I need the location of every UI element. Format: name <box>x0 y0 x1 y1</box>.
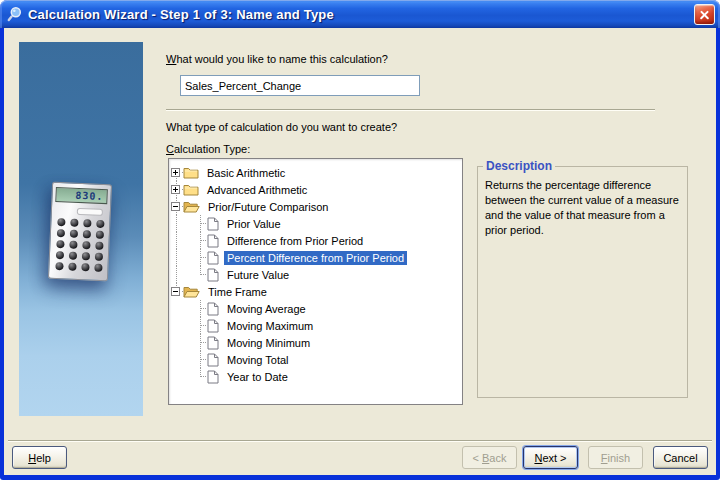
calculator-key <box>83 219 91 227</box>
calculator-key <box>55 251 63 259</box>
tree-item-moving-minimum[interactable]: Moving Minimum <box>169 334 462 351</box>
tree-item-label: Moving Maximum <box>224 319 316 333</box>
calculator-key <box>56 229 64 237</box>
folder-open-icon <box>183 200 200 213</box>
calculator-display: 830. <box>55 187 108 204</box>
calculator-key <box>94 264 102 272</box>
tree-item-label: Moving Minimum <box>224 336 313 350</box>
description-title: Description <box>483 159 555 173</box>
tree-item-label: Basic Arithmetic <box>204 166 288 180</box>
page-icon <box>207 268 219 282</box>
type-question-label: What type of calculation do you want to … <box>166 121 397 133</box>
tree-item-label: Year to Date <box>224 370 291 384</box>
calculator-key <box>55 262 63 270</box>
back-button: < Back <box>462 446 517 469</box>
calculator-key <box>69 230 77 238</box>
calculation-type-label: Calculation Type: <box>166 143 250 155</box>
tree-item-time-frame[interactable]: Time Frame <box>169 283 462 300</box>
calculator-key <box>96 220 104 228</box>
calculator-key <box>69 241 77 249</box>
tree-item-label: Percent Difference from Prior Period <box>224 251 407 265</box>
tree-item-difference-from-prior-period[interactable]: Difference from Prior Period <box>169 232 462 249</box>
help-button[interactable]: Help <box>12 446 67 469</box>
calculator-graphic: 830. <box>48 182 112 282</box>
titlebar[interactable]: Calculation Wizard - Step 1 of 3: Name a… <box>0 0 720 28</box>
calculator-key <box>56 240 64 248</box>
tree-item-prior-value[interactable]: Prior Value <box>169 215 462 232</box>
calculator-key <box>82 241 90 249</box>
folder-closed-icon <box>183 166 199 179</box>
tree-item-label: Advanced Arithmetic <box>204 183 310 197</box>
calculator-keypad <box>49 218 109 272</box>
tree-item-advanced-arithmetic[interactable]: Advanced Arithmetic <box>169 181 462 198</box>
footer-separator <box>8 440 712 442</box>
folder-closed-icon <box>183 183 199 196</box>
page-icon <box>207 370 219 384</box>
calculator-key <box>68 252 76 260</box>
page-icon <box>207 234 219 248</box>
tree-item-future-value[interactable]: Future Value <box>169 266 462 283</box>
tree-item-label: Difference from Prior Period <box>224 234 366 248</box>
section-separator <box>166 109 655 111</box>
page-icon <box>207 319 219 333</box>
expander-icon[interactable] <box>171 287 180 296</box>
calculator-key <box>68 263 76 271</box>
calculation-name-input[interactable] <box>180 75 420 96</box>
tree-item-moving-average[interactable]: Moving Average <box>169 300 462 317</box>
calculator-key <box>94 253 102 261</box>
tree-item-moving-total[interactable]: Moving Total <box>169 351 462 368</box>
page-icon <box>207 336 219 350</box>
page-icon <box>207 302 219 316</box>
expander-icon[interactable] <box>171 202 180 211</box>
next-button[interactable]: Next > <box>523 446 578 469</box>
window-title: Calculation Wizard - Step 1 of 3: Name a… <box>28 7 334 22</box>
description-groupbox: Description Returns the percentage diffe… <box>477 166 688 398</box>
tree-item-percent-difference-from-prior-period[interactable]: Percent Difference from Prior Period <box>169 249 462 266</box>
magnifier-icon <box>7 6 23 22</box>
page-icon <box>207 251 219 265</box>
dialog-client-area: 830. What would you like to name this ca… <box>4 28 716 475</box>
calculator-key <box>81 263 89 271</box>
tree-item-label: Time Frame <box>205 285 270 299</box>
tree-item-moving-maximum[interactable]: Moving Maximum <box>169 317 462 334</box>
close-icon <box>705 15 706 16</box>
dialog-window: Calculation Wizard - Step 1 of 3: Name a… <box>0 0 720 480</box>
name-question-label: What would you like to name this calcula… <box>166 53 388 65</box>
calculator-key <box>70 219 78 227</box>
expander-icon[interactable] <box>171 185 180 194</box>
tree-item-label: Prior Value <box>224 217 284 231</box>
calculator-key <box>81 252 89 260</box>
tree-item-basic-arithmetic[interactable]: Basic Arithmetic <box>169 164 462 181</box>
cancel-button[interactable]: Cancel <box>653 446 708 469</box>
finish-button: Finish <box>588 446 643 469</box>
page-icon <box>207 217 219 231</box>
tree-item-label: Moving Total <box>224 353 292 367</box>
tree-item-year-to-date[interactable]: Year to Date <box>169 368 462 385</box>
wizard-side-panel: 830. <box>19 42 143 416</box>
folder-open-icon <box>183 285 200 298</box>
page-icon <box>207 353 219 367</box>
description-text: Returns the percentage difference betwee… <box>478 167 687 238</box>
close-button[interactable] <box>694 4 715 25</box>
tree-item-label: Future Value <box>224 268 292 282</box>
tree-item-prior-future-comparison[interactable]: Prior/Future Comparison <box>169 198 462 215</box>
calculation-type-tree[interactable]: Basic Arithmetic Advanced Arithmetic Pri… <box>168 158 463 405</box>
calculator-key <box>95 242 103 250</box>
calculator-key <box>57 218 65 226</box>
calculator-key <box>95 231 103 239</box>
calculator-key <box>82 230 90 238</box>
expander-icon[interactable] <box>171 168 180 177</box>
calculator-solar-slot <box>77 208 103 216</box>
tree-item-label: Prior/Future Comparison <box>205 200 331 214</box>
tree-item-label: Moving Average <box>224 302 309 316</box>
